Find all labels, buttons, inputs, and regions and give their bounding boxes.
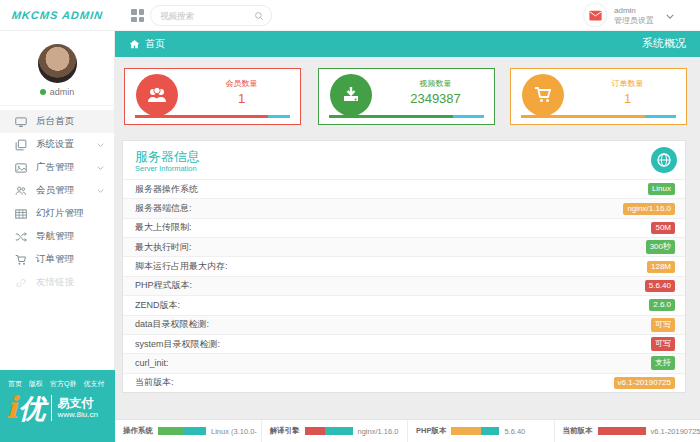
user-menu[interactable]: admin 管理员设置: [614, 3, 694, 29]
panel-header: 服务器信息 Server Information: [123, 141, 685, 179]
stat-label: 视频数量: [389, 78, 482, 89]
sidebar-item-links[interactable]: 友情链接: [0, 271, 114, 294]
chevron-down-icon: [666, 14, 674, 19]
footer-link-qq-group[interactable]: 官方Q群: [50, 379, 76, 389]
stat-card-orders: 订单数量 1: [510, 68, 687, 125]
topbar: MKCMS ADMIN admin 管理员设置: [0, 0, 700, 31]
sidebar-user: admin: [0, 87, 114, 106]
chevron-down-icon: [97, 166, 104, 170]
user-name: admin: [614, 6, 654, 16]
sidebar-item-ads[interactable]: 广告管理: [0, 156, 114, 179]
sidebar-item-members[interactable]: 会员管理: [0, 179, 114, 202]
table-row: 最大执行时间:300秒: [123, 237, 685, 256]
status-badge: 可写: [651, 337, 675, 351]
users-group-icon: [136, 74, 178, 116]
status-value: nginx/1.16.0: [358, 427, 399, 436]
user-role: 管理员设置: [614, 16, 654, 26]
row-label: curl_init:: [135, 358, 169, 368]
status-badge: v6.1-20190725: [614, 377, 675, 389]
table-row: 当前版本:v6.1-20190725: [123, 373, 685, 392]
status-badge: 128M: [647, 261, 675, 273]
download-icon: [330, 74, 372, 116]
footer-link-copyright[interactable]: 版权: [29, 379, 43, 389]
status-progress: [158, 427, 206, 435]
footer-logo-url: www.8iu.cn: [57, 410, 97, 419]
row-label: 最大执行时间:: [135, 241, 192, 254]
row-label: 脚本运行占用最大内存:: [135, 260, 228, 273]
link-icon: [15, 277, 27, 289]
status-badge: 支持: [651, 356, 675, 370]
table-row: curl_init:支持: [123, 353, 685, 372]
page-title: 系统概况: [642, 36, 686, 51]
stat-card-members: 会员数量 1: [124, 68, 301, 125]
footer-links: 首页 版权 官方Q群 优支付: [0, 370, 115, 391]
cart-icon: [522, 74, 564, 116]
stat-progress: [329, 115, 484, 118]
table-icon: [15, 208, 27, 220]
stat-label: 会员数量: [195, 78, 288, 89]
status-php: PHP版本 5.6.40: [407, 420, 554, 442]
avatar[interactable]: [38, 44, 77, 83]
sidebar-item-navigation[interactable]: 导航管理: [0, 225, 114, 248]
apps-grid-icon[interactable]: [131, 9, 144, 22]
stat-card-videos: 视频数量 2349387: [318, 68, 495, 125]
row-label: 服务器操作系统: [135, 183, 198, 196]
shuffle-icon: [15, 231, 27, 243]
row-label: 当前版本:: [135, 376, 174, 389]
status-badge: 300秒: [646, 240, 675, 254]
row-label: ZEND版本:: [135, 299, 180, 312]
status-badge: Linux: [648, 183, 675, 195]
row-label: data目录权限检测:: [135, 318, 209, 331]
status-version: 当前版本 v6.1-20190725: [554, 420, 700, 442]
search-icon[interactable]: [254, 11, 264, 21]
stat-value: 1: [581, 91, 674, 106]
status-badge: 2.6.0: [649, 299, 675, 311]
status-value: Linux (3.10.0-: [211, 427, 257, 436]
globe-icon[interactable]: [651, 147, 677, 173]
sidebar-item-orders[interactable]: 订单管理: [0, 248, 114, 271]
sidebar-user-name: admin: [50, 87, 75, 97]
status-badge: 50M: [651, 222, 675, 234]
sidebar-item-dashboard[interactable]: 后台首页: [0, 110, 114, 133]
mail-button[interactable]: [584, 4, 606, 26]
footer-link-home[interactable]: 首页: [8, 379, 22, 389]
status-label: 当前版本: [563, 426, 593, 436]
breadcrumb-bar: 首页 系统概况: [115, 30, 700, 57]
status-progress: [305, 427, 353, 435]
status-badge: 可写: [651, 318, 675, 332]
sidebar-item-label: 幻灯片管理: [36, 207, 84, 220]
sidebar-item-label: 订单管理: [36, 253, 74, 266]
status-os: 操作系统 Linux (3.10.0-: [115, 420, 261, 442]
table-row: 脚本运行占用最大内存:128M: [123, 256, 685, 275]
table-row: 服务器操作系统Linux: [123, 179, 685, 198]
footer-logo: i 优 易支付 www.8iu.cn: [0, 393, 115, 423]
stat-progress: [521, 115, 676, 118]
status-value: v6.1-20190725: [651, 427, 700, 436]
footer-logo-i: i: [6, 393, 17, 423]
table-row: data目录权限检测:可写: [123, 315, 685, 334]
chevron-down-icon: [97, 189, 104, 193]
home-icon: [129, 39, 140, 49]
stat-value: 1: [195, 91, 288, 106]
table-row: 最大上传限制:50M: [123, 218, 685, 237]
table-row: PHP程式版本:5.6.40: [123, 276, 685, 295]
users-icon: [15, 185, 27, 197]
footer-logo-you: 优: [18, 395, 45, 422]
admin-dashboard: MKCMS ADMIN admin 管理员设置: [0, 0, 700, 442]
sidebar-item-label: 系统设置: [36, 138, 74, 151]
row-label: 服务器端信息:: [135, 202, 192, 215]
sidebar-item-label: 广告管理: [36, 161, 74, 174]
sidebar: admin 后台首页 系统设置 广告管理 会员管理: [0, 30, 115, 370]
sidebar-footer: 首页 版权 官方Q群 优支付 i 优 易支付 www.8iu.cn: [0, 370, 115, 442]
status-bar: 操作系统 Linux (3.10.0- 解译引擎 nginx/1.16.0 PH…: [115, 419, 700, 442]
image-icon: [15, 162, 27, 174]
footer-logo-divider: [51, 395, 52, 421]
footer-link-pay[interactable]: 优支付: [83, 379, 104, 389]
sidebar-item-system-settings[interactable]: 系统设置: [0, 133, 114, 156]
row-label: PHP程式版本:: [135, 279, 192, 292]
brand-logo: MKCMS ADMIN: [0, 0, 117, 30]
search-input[interactable]: [158, 10, 254, 22]
breadcrumb-home[interactable]: 首页: [129, 37, 165, 51]
sidebar-item-slides[interactable]: 幻灯片管理: [0, 202, 114, 225]
table-row: 服务器端信息:nginx/1.16.0: [123, 198, 685, 217]
